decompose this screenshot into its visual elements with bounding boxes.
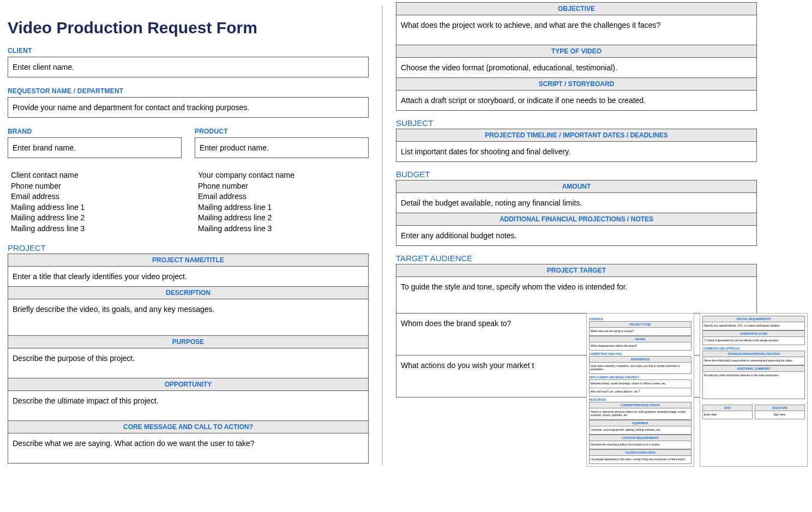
mini-section: COMPETITIVE ANALYSIS	[589, 352, 691, 356]
brand-label: BRAND	[8, 128, 182, 135]
row-header: CORE MESSAGE AND CALL TO ACTION?	[8, 421, 369, 433]
row-cell[interactable]: Describe the purpose of this project.	[8, 348, 369, 378]
contact-line: Email address	[198, 191, 365, 202]
budget-table: AMOUNTDetail the budget available, notin…	[396, 180, 757, 246]
row-header: SCRIPT / STORYBOARD	[396, 78, 757, 91]
mini-cell: List people appearing in the video, noti…	[590, 455, 691, 463]
contact-line: Email address	[11, 191, 178, 202]
row-cell[interactable]: Enter a title that clearly identifies yo…	[8, 266, 369, 286]
row-header: OBJECTIVE	[396, 3, 757, 15]
row-header: PROJECTED TIMELINE / IMPORTANT DATES / D…	[396, 129, 757, 142]
mini-cell: Specify any special effects, CGI, or uni…	[703, 322, 805, 330]
mini-cell: Cameras, sound equipment, lighting, edit…	[590, 426, 691, 434]
requestor-field[interactable]: Provide your name and department for con…	[8, 97, 369, 118]
mini-section: COMMENTS AND APPROVAL	[702, 347, 805, 350]
budget-section-label: BUDGET	[396, 170, 757, 179]
contact-line: Mailing address line 1	[11, 202, 178, 213]
brand-field[interactable]: Enter brand name.	[8, 137, 182, 158]
contact-line: Mailing address line 3	[198, 224, 365, 234]
mini-header: ADDITIONAL COMMENTS	[703, 365, 805, 371]
mini-header: LOCATION REQUIREMENTS	[590, 435, 691, 441]
subject-section-label: SUBJECT	[396, 118, 757, 128]
company-contact-lines: Your company contact name Phone number E…	[195, 168, 369, 243]
contact-line: Phone number	[198, 181, 365, 192]
row-cell[interactable]: Attach a draft script or storyboard, or …	[396, 91, 757, 111]
mini-header: SPECIAL REQUIREMENTS	[703, 316, 805, 322]
page-left: Video Production Request Form CLIENT Ent…	[5, 5, 371, 466]
mini-cell: Provide any other information relevant t…	[703, 371, 805, 399]
mini-header: DATE	[703, 405, 753, 411]
mini-header: EQUIPMENT	[590, 420, 691, 426]
subject-table: PROJECTED TIMELINE / IMPORTANT DATES / D…	[396, 129, 757, 162]
contact-line: Phone number	[11, 181, 178, 192]
mini-cell: Sign here.	[755, 411, 805, 419]
row-header: AMOUNT	[396, 180, 757, 193]
thumbnail-page-4[interactable]: SPECIAL REQUIREMENTSSpecify any special …	[700, 313, 808, 467]
product-field[interactable]: Enter product name.	[195, 137, 369, 158]
product-label: PRODUCT	[195, 128, 369, 135]
mini-cell: Enter date.	[703, 411, 753, 419]
contact-line: Client contact name	[11, 170, 178, 181]
row-cell[interactable]: Describe the ultimate impact of this pro…	[8, 390, 369, 420]
mini-cell: ☐ Check if generative AI can be utilized…	[703, 336, 805, 345]
row-cell[interactable]: Choose the video format (promotional, ed…	[396, 58, 757, 78]
row-cell[interactable]: Describe what we are saying. What action…	[8, 433, 369, 463]
row-cell[interactable]: Enter any additional budget notes.	[396, 226, 757, 246]
contact-line: Your company contact name	[198, 170, 365, 181]
top-table: OBJECTIVEWhat does the project work to a…	[396, 2, 757, 111]
mini-header: CURRENT/PREVIOUS VIDEOS	[590, 402, 691, 408]
mini-section: AUDIENCE	[589, 317, 691, 321]
mini-cell: Who will host? List: online platform, et…	[590, 388, 691, 396]
project-table: PROJECT NAME/TITLEEnter a title that cle…	[8, 254, 369, 463]
requestor-label: REQUESTOR NAME / DEPARTMENT	[8, 87, 369, 95]
form-title: Video Production Request Form	[8, 19, 369, 37]
mini-header: SIGNATURE	[755, 405, 805, 411]
row-cell[interactable]: What does the project work to achieve, a…	[396, 15, 757, 45]
row-cell[interactable]: Briefly describe the video, its goals, a…	[8, 299, 369, 335]
mini-header: STAKEHOLDERS/APPROVAL PROCESS	[703, 351, 805, 357]
target-section-label: TARGET AUDIENCE	[396, 254, 757, 263]
row-header: DESCRIPTION	[8, 287, 369, 299]
row-header: ADDITIONAL FINANCIAL PROJECTIONS / NOTES	[396, 213, 757, 226]
mini-section: DEPLOYMENT AND MEDIA STRATEGY	[589, 376, 691, 379]
client-label: CLIENT	[8, 47, 369, 55]
client-contact-lines: Client contact name Phone number Email a…	[8, 168, 182, 243]
row-header: TYPE OF VIDEO	[396, 45, 757, 58]
mini-cell: Name the individual(s) responsible for r…	[703, 357, 805, 365]
mini-cell: What traits are we trying to convey?	[590, 327, 691, 335]
row-cell[interactable]: To guide the style and tone, specify who…	[396, 277, 757, 314]
row-header: PURPOSE	[8, 336, 369, 348]
row-header: PROJECT NAME/TITLE	[8, 254, 369, 266]
mini-header: TALENT/CHARACTERS	[590, 449, 691, 455]
contact-line: Mailing address line 1	[198, 202, 365, 213]
client-field[interactable]: Enter client name.	[8, 57, 369, 77]
mini-header: REFERENCES	[590, 356, 691, 362]
mini-cell: Website embed, email campaign, shown in …	[590, 380, 691, 388]
mini-header: GENERATIVE AI USE	[703, 330, 805, 336]
mini-cell: Note down research, inspiration, and sty…	[590, 362, 691, 374]
mini-cell: Attach or reference previous videos for …	[590, 408, 691, 419]
thumbnail-page-3[interactable]: AUDIENCE PROJECT TONEWhat traits are we …	[586, 313, 694, 467]
contact-line: Mailing address line 2	[11, 213, 178, 224]
page-thumbnails: AUDIENCE PROJECT TONEWhat traits are we …	[586, 313, 808, 467]
brand-block: BRAND Enter brand name. Client contact n…	[8, 128, 182, 243]
mini-section: RESOURCES	[589, 398, 691, 401]
row-cell[interactable]: Detail the budget available, noting any …	[396, 193, 757, 213]
mini-header: BRAND	[590, 336, 691, 342]
mini-cell: What characteristics define the brand?	[590, 342, 691, 350]
mini-cell: Describe the shooting location (on-locat…	[590, 441, 691, 449]
contact-line: Mailing address line 2	[198, 213, 365, 224]
row-header: PROJECT TARGET	[396, 264, 757, 277]
requestor-block: REQUESTOR NAME / DEPARTMENT Provide your…	[8, 87, 369, 118]
row-cell[interactable]: List important dates for shooting and fi…	[396, 142, 757, 162]
row-header: OPPORTUNITY	[8, 378, 369, 391]
client-block: CLIENT Enter client name.	[8, 47, 369, 77]
project-section-label: PROJECT	[8, 243, 369, 252]
product-block: PRODUCT Enter product name. Your company…	[195, 128, 369, 243]
contact-line: Mailing address line 3	[11, 224, 178, 234]
mini-header: PROJECT TONE	[590, 321, 691, 327]
page-divider	[382, 5, 383, 466]
